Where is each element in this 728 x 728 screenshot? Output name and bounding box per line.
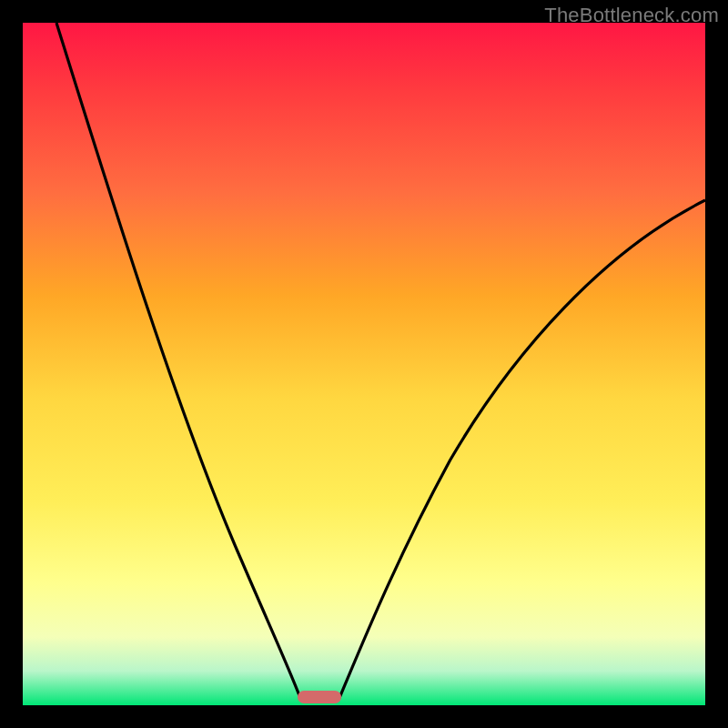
left-curve [56,23,300,698]
bottleneck-curves [23,23,705,705]
watermark-text: TheBottleneck.com [544,4,719,27]
chart-plot-area [23,23,705,705]
right-curve [339,200,705,698]
optimal-range-marker [298,691,341,703]
